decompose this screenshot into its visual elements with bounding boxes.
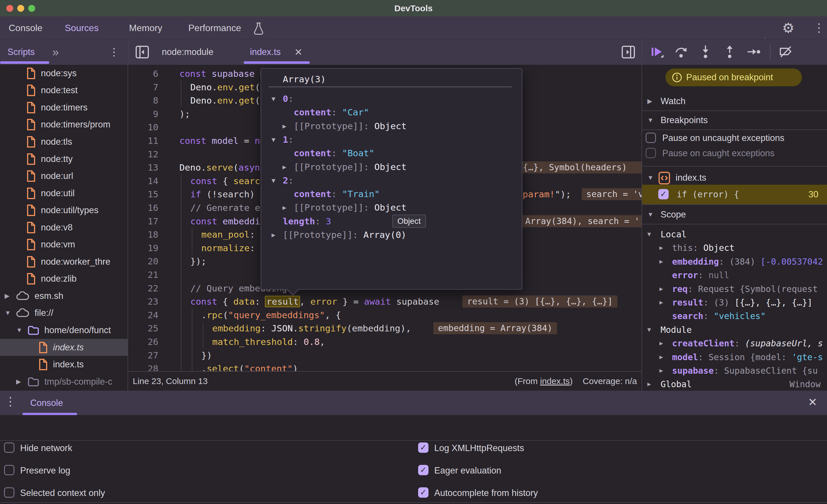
scope-row[interactable]: ▶createClient: (supabaseUrl, s — [642, 337, 827, 350]
tree-item[interactable]: node:url — [0, 167, 128, 185]
popup-property-row[interactable]: ▶[[Prototype]]: Array(0) — [261, 228, 522, 242]
gutter-line-number[interactable]: 10 — [128, 120, 158, 134]
gutter-line-number[interactable]: 13 — [128, 161, 158, 174]
popup-property-row[interactable]: ▶[[Prototype]]: Object — [261, 119, 522, 133]
breakpoint-file-group[interactable]: ▼ index.ts — [642, 169, 827, 186]
tree-item[interactable]: ▼file:// — [0, 304, 128, 322]
tree-item[interactable]: node:worker_thre — [0, 253, 128, 270]
scope-row[interactable]: ▶embedding: (384) [-0.00537042 — [642, 255, 827, 268]
tab-memory[interactable]: Memory — [129, 16, 162, 40]
drawer-tab-console[interactable]: Console — [30, 391, 63, 415]
tree-item[interactable]: node:tls — [0, 133, 128, 151]
tree-item[interactable]: index.ts — [0, 356, 128, 373]
settings-gear-icon[interactable]: ⚙ — [782, 20, 794, 36]
breakpoint-checkbox[interactable]: ✓ — [658, 189, 669, 200]
tree-item[interactable]: node:v8 — [0, 219, 128, 236]
tree-item[interactable]: node:vm — [0, 236, 128, 253]
editor-tab-node-module[interactable]: node:module — [162, 40, 213, 64]
popup-property-row[interactable]: ▼0: — [261, 92, 522, 106]
expand-panel-right-icon[interactable] — [621, 46, 635, 59]
step-icon[interactable] — [746, 45, 761, 60]
scope-row[interactable]: ▶this: Object — [642, 241, 827, 255]
chevron-overflow-icon[interactable]: » — [52, 40, 59, 64]
gutter-line-number[interactable]: 24 — [128, 309, 158, 322]
tree-item[interactable]: node:tty — [0, 151, 128, 168]
popup-property-row[interactable]: length: 3 — [261, 215, 522, 228]
tree-item[interactable]: ▶tmp/sb-compile-c — [0, 373, 128, 390]
gutter-line-number[interactable]: 17 — [128, 215, 158, 228]
tree-item[interactable]: node:timers/prom — [0, 116, 128, 133]
scope-row[interactable]: ▼Module — [642, 323, 827, 337]
gutter-line-number[interactable]: 14 — [128, 174, 158, 188]
gutter-line-number[interactable]: 7 — [128, 80, 158, 94]
scope-section-header[interactable]: ▼ Scope — [642, 206, 827, 224]
scope-row[interactable]: ▶model: Session {model: 'gte-s — [642, 350, 827, 364]
gutter-line-number[interactable]: 28 — [128, 362, 158, 371]
popup-property-row[interactable]: ▶[[Prototype]]: Object — [261, 160, 522, 174]
tab-console[interactable]: Console — [9, 16, 42, 40]
tree-item[interactable]: node:test — [0, 82, 128, 99]
collapse-panel-left-icon[interactable] — [135, 46, 149, 59]
tree-item[interactable]: index.ts — [0, 339, 128, 356]
popup-property-row[interactable]: ▶[[Prototype]]: Object — [261, 201, 522, 214]
gutter-line-number[interactable]: 22 — [128, 282, 158, 295]
breakpoint-entry[interactable]: ✓ if (error) { 30 — [642, 185, 827, 204]
gutter-line-number[interactable]: 23 — [128, 295, 158, 309]
tree-item[interactable]: ▶esm.sh — [0, 287, 128, 304]
gutter-line-number[interactable]: 8 — [128, 94, 158, 107]
checked-checkbox[interactable]: ✓ — [418, 442, 429, 453]
editor-tab-index-ts[interactable]: index.ts — [250, 40, 281, 64]
popup-property-row[interactable]: content: "Car" — [261, 106, 522, 119]
breakpoints-section-header[interactable]: ▼ Breakpoints — [642, 111, 827, 129]
tab-scripts[interactable]: Scripts — [7, 40, 35, 64]
gutter-line-number[interactable]: 15 — [128, 187, 158, 201]
gutter-line-number[interactable]: 21 — [128, 268, 158, 282]
scope-row[interactable]: error: null — [642, 268, 827, 282]
gutter-line-number[interactable]: 16 — [128, 201, 158, 215]
tree-item[interactable]: node:sys — [0, 65, 128, 82]
deactivate-breakpoints-icon[interactable] — [778, 45, 794, 60]
gutter-line-number[interactable]: 11 — [128, 134, 158, 148]
tree-item[interactable]: node:zlib — [0, 270, 128, 288]
drawer-kebab-icon[interactable]: ⋮ — [5, 395, 16, 408]
step-into-icon[interactable] — [698, 44, 713, 59]
gutter-line-number[interactable]: 25 — [128, 322, 158, 335]
pause-uncaught-checkbox[interactable] — [645, 132, 656, 143]
gutter-line-number[interactable]: 27 — [128, 349, 158, 362]
popup-property-row[interactable]: ▼1: — [261, 133, 522, 147]
close-tab-icon[interactable]: ✕ — [294, 40, 303, 64]
tab-sources[interactable]: Sources — [65, 16, 98, 40]
kebab-menu-icon[interactable]: ⋮ — [813, 21, 825, 34]
close-drawer-icon[interactable]: ✕ — [808, 396, 817, 408]
checked-checkbox[interactable]: ✓ — [418, 487, 429, 498]
gutter-line-number[interactable]: 20 — [128, 255, 158, 268]
popup-property-row[interactable]: content: "Boat" — [261, 147, 522, 160]
gutter-line-number[interactable]: 18 — [128, 228, 158, 241]
gutter-line-number[interactable]: 19 — [128, 241, 158, 255]
gutter-line-number[interactable]: 9 — [128, 107, 158, 121]
gutter-line-number[interactable]: 12 — [128, 148, 158, 161]
scope-row[interactable]: ▶supabase: SupabaseClient {su — [642, 364, 827, 378]
popup-property-row[interactable]: ▼2: — [261, 174, 522, 187]
scope-row[interactable]: ▶req: Request {Symbol(request — [642, 282, 827, 296]
tree-item[interactable]: node:util — [0, 185, 128, 202]
gutter-line-number[interactable]: 26 — [128, 335, 158, 349]
scope-row[interactable]: ▼Local — [642, 228, 827, 241]
gutter-line-number[interactable]: 6 — [128, 67, 158, 80]
scope-row[interactable]: ▶GlobalWindow — [642, 378, 827, 391]
pause-caught-checkbox[interactable] — [645, 148, 656, 158]
tree-item[interactable]: node:timers — [0, 99, 128, 116]
watch-section-header[interactable]: ▶ Watch — [642, 92, 827, 110]
scope-row[interactable]: ▶result: (3) [{…}, {…}, {…}] — [642, 296, 827, 309]
tree-item[interactable]: node:util/types — [0, 202, 128, 219]
checked-checkbox[interactable]: ✓ — [418, 465, 429, 475]
source-file-link[interactable]: index.ts — [540, 376, 570, 386]
tab-performance[interactable]: Performance — [188, 16, 241, 40]
scripts-kebab-icon[interactable]: ⋮ — [109, 40, 119, 64]
step-over-icon[interactable] — [674, 45, 689, 60]
step-out-icon[interactable] — [722, 44, 737, 59]
popup-property-row[interactable]: content: "Train" — [261, 187, 522, 201]
tree-item[interactable]: ▼home/deno/funct — [0, 322, 128, 339]
scope-row[interactable]: search: "vehicles" — [642, 309, 827, 323]
resume-script-icon[interactable] — [650, 45, 665, 60]
